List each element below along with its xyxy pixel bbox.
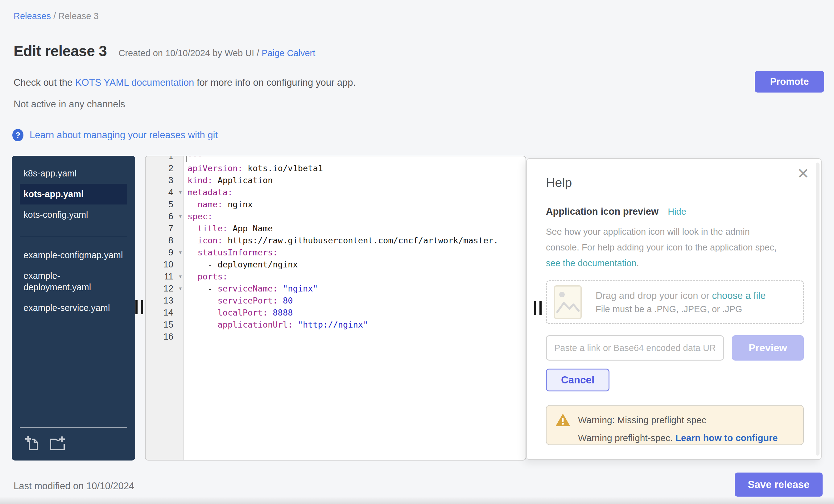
code-line[interactable]: - deployment/nginx <box>188 259 526 270</box>
code-token: "nginx" <box>278 284 318 293</box>
fold-arrow-icon[interactable]: ▾ <box>179 283 182 294</box>
code-token <box>188 200 198 209</box>
sidebar-item-k8s-app.yaml[interactable]: k8s-app.yaml <box>20 163 127 184</box>
gutter-line: 2 <box>146 162 183 174</box>
cancel-button[interactable]: Cancel <box>546 369 610 391</box>
page-title: Edit release 3 <box>14 43 107 60</box>
kots-yaml-doc-link[interactable]: KOTS YAML documentation <box>75 77 194 88</box>
warning-header: Warning: Missing preflight spec <box>556 414 794 426</box>
save-release-button[interactable]: Save release <box>735 473 822 497</box>
sidebar-item-kots-app.yaml[interactable]: kots-app.yaml <box>20 184 127 204</box>
code-token <box>188 320 218 329</box>
gutter-line: 10 <box>146 259 183 270</box>
code-token: servicePort: <box>218 296 278 305</box>
line-number: 15 <box>163 320 173 329</box>
code-token: nginx <box>223 200 253 209</box>
code-line[interactable]: localPort: 8888 <box>188 307 526 319</box>
sidebar-resize-handle[interactable] <box>135 300 143 314</box>
line-number: 13 <box>163 295 173 305</box>
gutter-line: 15 <box>146 319 183 331</box>
code-line[interactable]: servicePort: 80 <box>188 294 526 307</box>
see-documentation-link[interactable]: see the documentation <box>546 258 636 268</box>
line-number: 8 <box>169 235 173 245</box>
choose-file-link[interactable]: choose a file <box>712 290 766 301</box>
created-by-link[interactable]: Paige Calvert <box>262 48 315 58</box>
file-group: k8s-app.yamlkots-app.yamlkots-config.yam… <box>12 163 135 225</box>
yaml-editor[interactable]: 1234▾56▾789▾1011▾12▾13141516 ---apiVersi… <box>145 156 526 461</box>
gutter-line: 5 <box>146 198 183 210</box>
new-folder-icon[interactable] <box>49 435 65 451</box>
breadcrumb-releases-link[interactable]: Releases <box>14 11 51 21</box>
code-token: - <box>188 284 218 293</box>
gutter-line: 7 <box>146 222 183 235</box>
fold-arrow-icon[interactable]: ▾ <box>179 246 182 259</box>
icon-dropzone[interactable]: Drag and drop your icon or choose a file… <box>546 280 804 324</box>
code-token: App Name <box>227 224 273 233</box>
line-number: 3 <box>169 175 173 185</box>
close-icon[interactable]: ✕ <box>797 166 809 181</box>
dropzone-line1: Drag and drop your icon or choose a file <box>596 290 766 301</box>
warning-configure-link[interactable]: Learn how to configure <box>676 433 778 443</box>
code-line[interactable]: statusInformers: <box>188 246 526 259</box>
code-line[interactable]: ports: <box>188 270 526 283</box>
gutter-line: 6▾ <box>146 210 183 222</box>
code-token <box>188 236 198 245</box>
code-token <box>188 296 218 305</box>
code-line[interactable]: icon: https://raw.githubusercontent.com/… <box>188 235 526 246</box>
help-panel-scrollbar[interactable] <box>816 162 819 456</box>
fold-arrow-icon[interactable]: ▾ <box>179 186 182 198</box>
code-line[interactable] <box>188 331 526 343</box>
window-bottom-edge <box>0 497 834 504</box>
code-line[interactable]: metadata: <box>188 186 526 198</box>
line-number: 7 <box>169 223 173 233</box>
code-token: localPort: <box>218 308 268 317</box>
line-number: 10 <box>163 259 173 269</box>
gutter-line: 16 <box>146 331 183 343</box>
warning-box: Warning: Missing preflight spec Warning … <box>546 405 804 445</box>
fold-arrow-icon[interactable]: ▾ <box>179 270 182 283</box>
line-number: 16 <box>163 332 173 342</box>
code-line[interactable]: name: nginx <box>188 198 526 210</box>
sidebar-item-example-configmap.yaml[interactable]: example-configmap.yaml <box>20 245 127 266</box>
help-panel-title: Help <box>546 176 804 190</box>
code-line[interactable]: spec: <box>188 210 526 222</box>
description-line-1: See how your application icon will look … <box>546 224 804 240</box>
warning-detail: Warning preflight-spec. Learn how to con… <box>578 433 794 443</box>
fold-arrow-icon[interactable]: ▾ <box>179 210 182 222</box>
gutter-line: 8 <box>146 235 183 246</box>
icon-preview-description: See how your application icon will look … <box>546 224 804 271</box>
code-line[interactable]: kind: Application <box>188 174 526 186</box>
code-line[interactable]: title: App Name <box>188 222 526 235</box>
paste-row: Preview <box>546 335 804 360</box>
warning-triangle-icon <box>556 414 570 426</box>
icon-url-input[interactable] <box>546 335 724 360</box>
code-token: metadata: <box>188 188 233 197</box>
promote-button[interactable]: Promote <box>755 71 824 92</box>
code-token: 8888 <box>268 308 293 317</box>
code-token <box>188 224 198 233</box>
code-token: kots.io/v1beta1 <box>243 163 323 173</box>
gutter-line: 14 <box>146 307 183 319</box>
code-line[interactable]: --- <box>188 156 526 162</box>
preview-button[interactable]: Preview <box>732 335 804 360</box>
sidebar-item-example-service.yaml[interactable]: example-service.yaml <box>20 298 127 318</box>
code-line[interactable]: - serviceName: "nginx" <box>188 283 526 294</box>
help-panel-resize-handle[interactable] <box>534 301 542 315</box>
line-number: 6 <box>169 211 173 221</box>
gutter-line: 1 <box>146 156 183 162</box>
title-row: Edit release 3 Created on 10/10/2024 by … <box>14 43 315 60</box>
editor-code-area[interactable]: ---apiVersion: kots.io/v1beta1kind: Appl… <box>184 156 526 460</box>
code-token: 80 <box>278 296 293 305</box>
hide-link[interactable]: Hide <box>668 207 686 217</box>
gutter-line: 11▾ <box>146 270 183 283</box>
code-line[interactable]: applicationUrl: "http://nginx" <box>188 319 526 331</box>
indent-guide <box>215 294 215 331</box>
new-file-icon[interactable] <box>25 435 41 451</box>
question-circle-icon[interactable]: ? <box>12 129 23 141</box>
code-line[interactable]: apiVersion: kots.io/v1beta1 <box>188 162 526 174</box>
sidebar-item-kots-config.yaml[interactable]: kots-config.yaml <box>20 204 127 225</box>
edit-release-page: Releases / Release 3 Edit release 3 Crea… <box>0 0 834 504</box>
code-token: statusInformers: <box>198 248 278 257</box>
git-help-link[interactable]: Learn about managing your releases with … <box>29 130 218 141</box>
sidebar-item-example-deployment.yaml[interactable]: example-deployment.yaml <box>20 266 127 298</box>
